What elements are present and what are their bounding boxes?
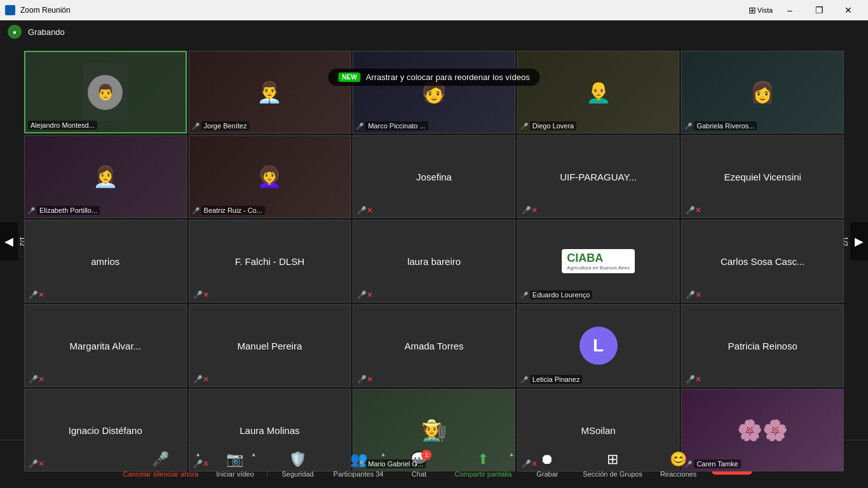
mute-icon-patricia: 🎤✕ xyxy=(686,375,702,384)
mute-icon-ezequiel: 🎤✕ xyxy=(686,206,702,215)
video-cell-gabriela[interactable]: 👩 🎤 Gabriela Riveros... xyxy=(681,51,844,133)
grid-view-button[interactable]: ⊞ Vista xyxy=(746,0,775,20)
participant-name-manuel: Manuel Pereira xyxy=(233,341,308,351)
zoom-icon xyxy=(5,5,15,15)
close-button[interactable]: ✕ xyxy=(834,0,863,20)
participant-name-lauraB: laura bareiro xyxy=(402,256,466,267)
mute-icon: 🎤 xyxy=(152,451,169,468)
notification-text: Arrastrar y colocar para reordenar los v… xyxy=(366,72,530,82)
participant-name-margarita: Margarita Alvar... xyxy=(65,341,147,351)
mute-icon-uif: 🎤✕ xyxy=(522,206,538,215)
video-cell-ezequiel[interactable]: Ezequiel Vicensini 🎤✕ xyxy=(681,135,844,218)
video-cell-diego[interactable]: 👨‍🦲 🎤 Diego Lovera xyxy=(517,51,680,133)
security-icon: 🛡️ xyxy=(289,451,306,468)
participant-name-ignacio: Ignacio Distéfano xyxy=(64,425,147,436)
app-title: Zoom Reunión xyxy=(20,6,71,15)
chat-label: Chat xyxy=(412,470,426,478)
mute-label: Cancelar silenciar ahora xyxy=(123,470,199,478)
video-cell-falchi[interactable]: F. Falchi - DLSH 🎤✕ xyxy=(189,220,351,302)
participant-name-carlos: Carlos Sosa Casc... xyxy=(715,256,810,267)
video-cell-beatriz[interactable]: 👩‍🦱 🎤 Beatriz Ruiz - Co... xyxy=(189,135,351,218)
new-badge: NEW xyxy=(338,72,360,82)
participant-name-marco: 🎤 Marco Piccinato ... xyxy=(356,121,428,130)
video-caret[interactable]: ▲ xyxy=(251,451,257,458)
mute-icon-manuel: 🎤✕ xyxy=(193,375,209,384)
mute-caret[interactable]: ▲ xyxy=(195,451,201,458)
participant-name-leticia: 🎤 Leticia Pinanez xyxy=(520,375,583,384)
video-cell-margarita[interactable]: Margarita Alvar... 🎤✕ xyxy=(24,304,187,387)
avatar-leticia: L xyxy=(580,327,618,365)
participants-label: Participantes 34 xyxy=(334,470,384,478)
video-cell-lauraB[interactable]: laura bareiro 🎤✕ xyxy=(353,220,515,302)
mute-icon-lauraB: 🎤✕ xyxy=(357,290,373,299)
video-cell-elizabeth[interactable]: 👩‍💼 🎤 Elizabeth Portillo... xyxy=(24,135,187,218)
participant-name-msoilan: MSoilan xyxy=(576,425,620,436)
mute-icon-falchi: 🎤✕ xyxy=(193,290,209,299)
participant-name-josefina: Josefina xyxy=(411,172,457,182)
participant-name-amada: Amada Torres xyxy=(399,341,468,351)
participant-name-gabriela: 🎤 Gabriela Riveros... xyxy=(684,121,757,130)
video-cell-alejandro[interactable]: 👨 Alejandro Montesd... xyxy=(24,51,187,133)
video-cell-amada[interactable]: Amada Torres 🎤✕ xyxy=(353,304,515,387)
titlebar-left: Zoom Reunión xyxy=(5,5,71,15)
video-grid: 👨 Alejandro Montesd... 👨‍💼 🎤 Jorge Benít… xyxy=(21,48,847,435)
video-cell-uif[interactable]: UIF-PARAGUAY... 🎤✕ xyxy=(517,135,680,218)
breakout-icon: ⊞ xyxy=(607,451,618,468)
video-cell-amrios[interactable]: amrios 🎤✕ xyxy=(24,220,187,302)
video-button[interactable]: 📷 ▲ Iniciar vídeo xyxy=(208,447,261,482)
notification-bar: NEW Arrastrar y colocar para reordenar l… xyxy=(328,69,539,86)
mute-icon-margarita: 🎤✕ xyxy=(29,375,44,384)
record-label: Grabar xyxy=(536,470,558,478)
prev-page-button[interactable]: ◀ xyxy=(0,222,18,261)
participant-name-patricia: Patricia Reinoso xyxy=(723,341,803,351)
recording-bar: ● Grabando xyxy=(0,20,868,43)
video-cell-carlos[interactable]: Carlos Sosa Casc... 🎤✕ xyxy=(681,220,844,302)
participant-name-ezequiel: Ezequiel Vicensini xyxy=(719,172,806,182)
participant-name-falchi: F. Falchi - DLSH xyxy=(230,256,309,267)
participant-name-eduardo: 🎤 Eduardo Lourenço xyxy=(520,290,593,299)
mute-icon-lauraM: 🎤✕ xyxy=(193,459,209,468)
security-label: Seguridad xyxy=(281,470,313,478)
participant-name-mario: 🎤 Mario Gabriel G... xyxy=(356,459,426,468)
reactions-label: Reacciones xyxy=(660,470,696,478)
video-cell-manuel[interactable]: Manuel Pereira 🎤✕ xyxy=(189,304,351,387)
mute-icon-ignacio: 🎤✕ xyxy=(29,459,44,468)
breakout-button[interactable]: ⊞ Sección de Grupos xyxy=(575,447,650,482)
security-button[interactable]: 🛡️ Seguridad xyxy=(273,447,323,482)
share-caret[interactable]: ▲ xyxy=(508,451,514,458)
participant-name-beatriz: 🎤 Beatriz Ruiz - Co... xyxy=(192,206,265,215)
recording-label: Grabando xyxy=(28,27,65,37)
video-cell-josefina[interactable]: Josefina 🎤✕ xyxy=(353,135,515,218)
mute-icon-amrios: 🎤✕ xyxy=(29,290,44,299)
mute-icon-carlos: 🎤✕ xyxy=(686,290,702,299)
video-area: NEW Arrastrar y colocar para reordenar l… xyxy=(0,43,868,440)
next-page-button[interactable]: ▶ xyxy=(850,222,868,261)
mute-icon-msoilan: 🎤✕ xyxy=(522,459,538,468)
participant-name-jorge: 🎤 Jorge Benítez xyxy=(192,121,250,130)
video-cell-caren[interactable]: 🌸🌸 🎤 Caren Tamke xyxy=(681,389,844,471)
minimize-button[interactable]: – xyxy=(775,0,804,20)
breakout-label: Sección de Grupos xyxy=(583,470,642,478)
video-cell-eduardo[interactable]: CIABA Agricultura en Buenos Aires 🎤 Edua… xyxy=(517,220,680,302)
participants-caret[interactable]: ▲ xyxy=(381,451,386,458)
share-label: Compartir pantalla xyxy=(454,470,512,478)
video-cell-leticia[interactable]: L 🎤 Leticia Pinanez xyxy=(517,304,680,387)
participant-name-amrios: amrios xyxy=(86,256,125,267)
mute-icon-josefina: 🎤✕ xyxy=(357,206,373,215)
participant-name-diego: 🎤 Diego Lovera xyxy=(520,121,576,130)
ciaba-logo: CIABA Agricultura en Buenos Aires xyxy=(562,249,635,273)
video-cell-jorge[interactable]: 👨‍💼 🎤 Jorge Benítez xyxy=(189,51,351,133)
record-icon: ⏺ xyxy=(540,451,554,468)
video-cell-patricia[interactable]: Patricia Reinoso 🎤✕ xyxy=(681,304,844,387)
participant-name-lauraM: Laura Molinas xyxy=(234,425,304,436)
share-icon: ⬆ xyxy=(477,451,489,468)
participant-name-elizabeth: 🎤 Elizabeth Portillo... xyxy=(27,206,100,215)
title-bar: Zoom Reunión ⊞ Vista – ❐ ✕ xyxy=(0,0,868,20)
chat-badge: 1 xyxy=(421,450,431,460)
participant-name-caren: 🎤 Caren Tamke xyxy=(684,459,740,468)
video-cell-marco[interactable]: 🧑 🎤 Marco Piccinato ... xyxy=(353,51,515,133)
recording-dot: ● xyxy=(8,25,22,39)
share-screen-button[interactable]: ⬆ ▲ Compartir pantalla xyxy=(447,447,519,482)
titlebar-controls: ⊞ Vista – ❐ ✕ xyxy=(746,0,863,20)
maximize-button[interactable]: ❐ xyxy=(804,0,834,20)
